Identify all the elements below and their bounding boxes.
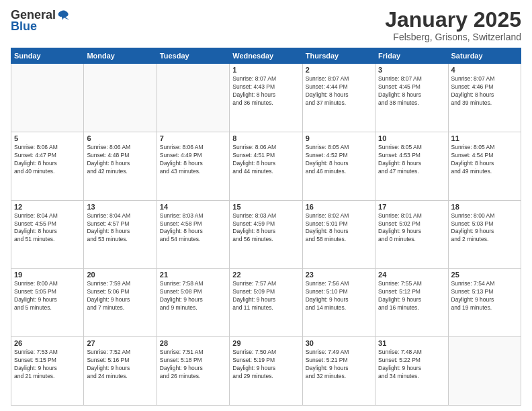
table-row: 20Sunrise: 7:59 AM Sunset: 5:06 PM Dayli…	[84, 269, 157, 337]
table-row: 17Sunrise: 8:01 AM Sunset: 5:02 PM Dayli…	[375, 200, 448, 269]
table-row: 12Sunrise: 8:04 AM Sunset: 4:55 PM Dayli…	[11, 200, 84, 269]
day-info: Sunrise: 7:50 AM Sunset: 5:19 PM Dayligh…	[232, 349, 299, 381]
day-number: 6	[87, 134, 153, 142]
table-row: 27Sunrise: 7:52 AM Sunset: 5:16 PM Dayli…	[84, 337, 157, 406]
table-row	[11, 64, 84, 132]
table-row: 2Sunrise: 8:07 AM Sunset: 4:44 PM Daylig…	[302, 64, 375, 132]
day-number: 21	[160, 271, 226, 279]
calendar-week-row: 26Sunrise: 7:53 AM Sunset: 5:15 PM Dayli…	[11, 337, 521, 406]
table-row: 9Sunrise: 8:05 AM Sunset: 4:52 PM Daylig…	[302, 132, 375, 200]
day-number: 29	[232, 339, 299, 347]
table-row: 18Sunrise: 8:00 AM Sunset: 5:03 PM Dayli…	[448, 200, 521, 269]
table-row: 10Sunrise: 8:05 AM Sunset: 4:53 PM Dayli…	[375, 132, 448, 200]
day-info: Sunrise: 8:00 AM Sunset: 5:05 PM Dayligh…	[14, 280, 81, 312]
table-row	[448, 337, 521, 406]
day-number: 1	[232, 66, 299, 74]
day-number: 24	[378, 271, 445, 279]
day-number: 17	[378, 203, 445, 211]
header-right: January 2025 Felsberg, Grisons, Switzerl…	[385, 8, 521, 42]
day-info: Sunrise: 8:06 AM Sunset: 4:51 PM Dayligh…	[232, 144, 299, 176]
day-number: 8	[232, 134, 299, 142]
day-number: 10	[378, 134, 445, 142]
day-info: Sunrise: 8:07 AM Sunset: 4:46 PM Dayligh…	[451, 75, 518, 107]
day-number: 28	[160, 339, 226, 347]
day-info: Sunrise: 7:48 AM Sunset: 5:22 PM Dayligh…	[378, 349, 445, 381]
table-row: 16Sunrise: 8:02 AM Sunset: 5:01 PM Dayli…	[302, 200, 375, 269]
day-info: Sunrise: 8:05 AM Sunset: 4:52 PM Dayligh…	[306, 144, 372, 176]
day-info: Sunrise: 7:55 AM Sunset: 5:12 PM Dayligh…	[378, 280, 445, 312]
calendar-week-row: 1Sunrise: 8:07 AM Sunset: 4:43 PM Daylig…	[11, 64, 521, 132]
day-info: Sunrise: 7:57 AM Sunset: 5:09 PM Dayligh…	[232, 280, 299, 312]
table-row: 29Sunrise: 7:50 AM Sunset: 5:19 PM Dayli…	[230, 337, 302, 406]
day-info: Sunrise: 8:07 AM Sunset: 4:45 PM Dayligh…	[378, 75, 445, 107]
day-info: Sunrise: 8:04 AM Sunset: 4:57 PM Dayligh…	[87, 212, 153, 244]
day-number: 31	[378, 339, 445, 347]
table-row: 5Sunrise: 8:06 AM Sunset: 4:47 PM Daylig…	[11, 132, 84, 200]
table-row: 25Sunrise: 7:54 AM Sunset: 5:13 PM Dayli…	[448, 269, 521, 337]
table-row: 11Sunrise: 8:05 AM Sunset: 4:54 PM Dayli…	[448, 132, 521, 200]
day-number: 13	[87, 203, 153, 211]
day-info: Sunrise: 7:59 AM Sunset: 5:06 PM Dayligh…	[87, 280, 153, 312]
table-row: 28Sunrise: 7:51 AM Sunset: 5:18 PM Dayli…	[157, 337, 229, 406]
table-row	[157, 64, 229, 132]
day-info: Sunrise: 8:06 AM Sunset: 4:48 PM Dayligh…	[87, 144, 153, 176]
day-number: 4	[451, 66, 518, 74]
day-number: 22	[232, 271, 299, 279]
calendar-week-row: 19Sunrise: 8:00 AM Sunset: 5:05 PM Dayli…	[11, 269, 521, 337]
day-info: Sunrise: 8:02 AM Sunset: 5:01 PM Dayligh…	[306, 212, 372, 244]
day-info: Sunrise: 8:07 AM Sunset: 4:44 PM Dayligh…	[306, 75, 372, 107]
col-thursday: Thursday	[302, 48, 375, 64]
day-number: 18	[451, 203, 518, 211]
day-number: 7	[160, 134, 226, 142]
day-number: 25	[451, 271, 518, 279]
day-number: 16	[306, 203, 372, 211]
logo-bird-icon	[57, 9, 71, 22]
logo: General Blue	[11, 8, 71, 34]
table-row: 24Sunrise: 7:55 AM Sunset: 5:12 PM Dayli…	[375, 269, 448, 337]
location: Felsberg, Grisons, Switzerland	[385, 32, 521, 42]
header: General Blue January 2025 Felsberg, Gris…	[11, 8, 521, 42]
day-info: Sunrise: 8:07 AM Sunset: 4:43 PM Dayligh…	[232, 75, 299, 107]
col-tuesday: Tuesday	[157, 48, 229, 64]
col-sunday: Sunday	[11, 48, 84, 64]
day-number: 2	[306, 66, 372, 74]
table-row: 8Sunrise: 8:06 AM Sunset: 4:51 PM Daylig…	[230, 132, 302, 200]
table-row	[84, 64, 157, 132]
col-saturday: Saturday	[448, 48, 521, 64]
table-row: 31Sunrise: 7:48 AM Sunset: 5:22 PM Dayli…	[375, 337, 448, 406]
day-info: Sunrise: 8:03 AM Sunset: 4:58 PM Dayligh…	[160, 212, 226, 244]
day-info: Sunrise: 8:05 AM Sunset: 4:54 PM Dayligh…	[451, 144, 518, 176]
day-info: Sunrise: 7:54 AM Sunset: 5:13 PM Dayligh…	[451, 280, 518, 312]
day-info: Sunrise: 8:01 AM Sunset: 5:02 PM Dayligh…	[378, 212, 445, 244]
calendar-header-row: Sunday Monday Tuesday Wednesday Thursday…	[11, 48, 521, 64]
table-row: 30Sunrise: 7:49 AM Sunset: 5:21 PM Dayli…	[302, 337, 375, 406]
table-row: 22Sunrise: 7:57 AM Sunset: 5:09 PM Dayli…	[230, 269, 302, 337]
day-number: 30	[306, 339, 372, 347]
day-info: Sunrise: 7:53 AM Sunset: 5:15 PM Dayligh…	[14, 349, 81, 381]
day-number: 14	[160, 203, 226, 211]
day-number: 19	[14, 271, 81, 279]
day-number: 11	[451, 134, 518, 142]
day-number: 9	[306, 134, 372, 142]
table-row: 19Sunrise: 8:00 AM Sunset: 5:05 PM Dayli…	[11, 269, 84, 337]
table-row: 14Sunrise: 8:03 AM Sunset: 4:58 PM Dayli…	[157, 200, 229, 269]
page: General Blue January 2025 Felsberg, Gris…	[0, 0, 532, 411]
table-row: 15Sunrise: 8:03 AM Sunset: 4:59 PM Dayli…	[230, 200, 302, 269]
table-row: 3Sunrise: 8:07 AM Sunset: 4:45 PM Daylig…	[375, 64, 448, 132]
calendar-table: Sunday Monday Tuesday Wednesday Thursday…	[11, 48, 521, 406]
day-number: 27	[87, 339, 153, 347]
table-row: 6Sunrise: 8:06 AM Sunset: 4:48 PM Daylig…	[84, 132, 157, 200]
day-number: 23	[306, 271, 372, 279]
calendar-week-row: 5Sunrise: 8:06 AM Sunset: 4:47 PM Daylig…	[11, 132, 521, 200]
day-number: 20	[87, 271, 153, 279]
table-row: 1Sunrise: 8:07 AM Sunset: 4:43 PM Daylig…	[230, 64, 302, 132]
month-title: January 2025	[385, 8, 521, 32]
table-row: 7Sunrise: 8:06 AM Sunset: 4:49 PM Daylig…	[157, 132, 229, 200]
table-row: 26Sunrise: 7:53 AM Sunset: 5:15 PM Dayli…	[11, 337, 84, 406]
day-info: Sunrise: 8:06 AM Sunset: 4:49 PM Dayligh…	[160, 144, 226, 176]
day-info: Sunrise: 8:04 AM Sunset: 4:55 PM Dayligh…	[14, 212, 81, 244]
day-info: Sunrise: 8:06 AM Sunset: 4:47 PM Dayligh…	[14, 144, 81, 176]
day-number: 5	[14, 134, 81, 142]
day-info: Sunrise: 8:03 AM Sunset: 4:59 PM Dayligh…	[232, 212, 299, 244]
day-info: Sunrise: 8:00 AM Sunset: 5:03 PM Dayligh…	[451, 212, 518, 244]
